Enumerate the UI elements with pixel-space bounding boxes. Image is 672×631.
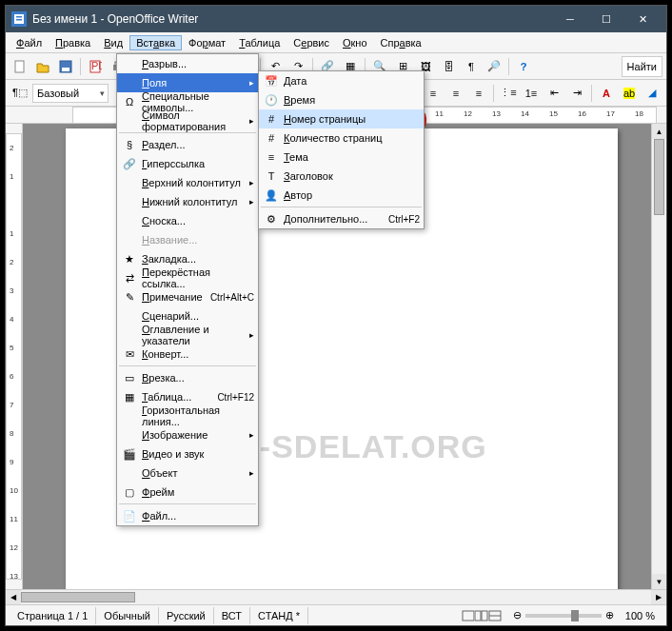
insert-menu-item: Название... — [117, 230, 258, 249]
svg-rect-4 — [15, 61, 24, 72]
menu-view[interactable]: Вид — [97, 35, 129, 50]
svg-rect-6 — [62, 68, 69, 71]
menu-file[interactable]: Файл — [10, 35, 49, 50]
insert-menu-item[interactable]: 📄Файл... — [117, 506, 258, 525]
insert-menu-item[interactable]: Символ форматирования▸ — [117, 111, 258, 130]
insert-menu-item[interactable]: Верхний колонтитул▸ — [117, 173, 258, 192]
menu-tools[interactable]: Сервис — [287, 35, 336, 50]
zoom-slider[interactable]: ⊖⊕ — [509, 609, 618, 621]
status-lang[interactable]: Русский — [159, 607, 214, 624]
menu-item-label: Врезка... — [142, 372, 254, 384]
styles-button[interactable]: ¶⬚ — [10, 83, 30, 104]
align-justify-button[interactable]: ≡ — [468, 83, 489, 104]
insert-menu-item[interactable]: Оглавление и указатели▸ — [117, 325, 258, 345]
maximize-button[interactable]: ☐ — [588, 6, 624, 32]
fields-menu-item[interactable]: #Количество страниц — [259, 128, 424, 148]
highlight-button[interactable]: ab — [619, 83, 640, 104]
menu-item-icon — [121, 175, 138, 190]
insert-menu-item[interactable]: Разрыв... — [117, 54, 258, 73]
number-list-button[interactable]: 1≡ — [521, 83, 542, 104]
insert-menu-item[interactable]: Изображение▸ — [117, 425, 258, 444]
align-right-button[interactable]: ≡ — [445, 83, 466, 104]
insert-menu-item[interactable]: ✎ПримечаниеCtrl+Alt+C — [117, 287, 258, 306]
fields-menu-item[interactable]: ≡Тема — [259, 148, 424, 167]
export-pdf-button[interactable]: PDF — [85, 56, 106, 77]
menu-item-icon: 🔗 — [121, 156, 138, 171]
menu-item-icon — [121, 194, 138, 209]
insert-menu-item[interactable]: ⇄Перекрёстная ссылка... — [117, 268, 258, 287]
align-center-button[interactable]: ≡ — [423, 83, 444, 104]
zoom-button[interactable]: 🔎 — [484, 56, 504, 77]
new-doc-button[interactable] — [10, 56, 30, 77]
menu-window[interactable]: Окно — [336, 35, 374, 50]
horizontal-scrollbar[interactable]: ◀ ▶ — [6, 589, 666, 604]
fields-menu-item[interactable]: TЗаголовок — [259, 167, 424, 186]
svg-rect-13 — [475, 611, 481, 621]
menu-item-label: Название... — [142, 234, 254, 246]
insert-menu-item[interactable]: §Раздел... — [117, 135, 258, 154]
menu-item-label: Перекрёстная ссылка... — [142, 266, 254, 289]
menu-insert[interactable]: Вставка — [129, 35, 182, 50]
insert-menu-item[interactable]: 🔗Гиперссылка — [117, 154, 258, 173]
menu-item-label: Разрыв... — [142, 58, 254, 69]
find-toolbar-input[interactable]: Найти — [622, 56, 662, 77]
menu-item-icon: ✉ — [121, 346, 138, 362]
menu-edit[interactable]: Правка — [49, 35, 97, 50]
submenu-arrow-icon: ▸ — [249, 178, 254, 187]
insert-menu-item[interactable]: Поля▸ — [117, 73, 258, 92]
insert-menu-item[interactable]: Нижний колонтитул▸ — [117, 192, 258, 211]
help-button[interactable]: ? — [513, 56, 534, 77]
close-button[interactable]: ✕ — [624, 6, 661, 32]
insert-menu-item[interactable]: ΩСпециальные символы... — [117, 92, 258, 111]
menu-item-label: Примечание — [142, 291, 203, 303]
menu-item-icon: § — [121, 137, 138, 152]
vertical-scrollbar[interactable]: ▲ ▼ — [651, 124, 666, 589]
status-page[interactable]: Страница 1 / 1 — [10, 607, 96, 624]
vertical-ruler[interactable]: 21 12345678910111213 — [6, 124, 23, 589]
insert-menu-item[interactable]: Сноска... — [117, 211, 258, 230]
fields-menu-item[interactable]: 👤Автор — [259, 186, 424, 205]
submenu-arrow-icon: ▸ — [249, 468, 254, 478]
menu-item-label: Заголовок — [284, 170, 420, 182]
menu-item-label: Количество страниц — [284, 132, 420, 144]
menu-item-icon — [121, 113, 138, 128]
bullet-list-button[interactable]: ⋮≡ — [498, 83, 519, 104]
insert-menu-item[interactable]: ✉Конверт... — [117, 345, 258, 364]
insert-menu-item[interactable]: Горизонтальная линия... — [117, 406, 258, 425]
menu-help[interactable]: Справка — [374, 35, 428, 50]
fields-menu-item[interactable]: #Номер страницы — [259, 109, 424, 128]
insert-menu-item[interactable]: ▦Таблица...Ctrl+F12 — [117, 387, 258, 406]
font-color-button[interactable]: A — [596, 83, 617, 104]
status-zoom-value[interactable]: 100 % — [618, 607, 662, 624]
style-combo[interactable]: Базовый — [32, 84, 109, 103]
fields-menu-item[interactable]: ⚙Дополнительно...Ctrl+F2 — [259, 209, 424, 228]
menu-item-icon: 🕐 — [263, 92, 280, 108]
status-view-icons[interactable] — [454, 607, 509, 624]
open-button[interactable] — [32, 56, 53, 77]
fields-menu-item[interactable]: 🕐Время — [259, 90, 424, 109]
menu-format[interactable]: Формат — [182, 35, 232, 50]
bg-color-button[interactable]: ◢ — [642, 83, 662, 104]
save-button[interactable] — [55, 56, 76, 77]
menu-item-label: Закладка... — [142, 253, 254, 265]
menu-table[interactable]: Таблица — [232, 35, 287, 50]
minimize-button[interactable]: ─ — [552, 6, 588, 32]
insert-menu-item[interactable]: Сценарий... — [117, 306, 258, 325]
insert-menu-item[interactable]: ★Закладка... — [117, 249, 258, 268]
status-bar: Страница 1 / 1 Обычный Русский ВСТ СТАНД… — [6, 604, 666, 625]
menu-item-label: Гиперссылка — [142, 158, 254, 169]
insert-menu-item[interactable]: ▢Фрейм — [117, 483, 258, 502]
data-sources-button[interactable]: 🗄 — [438, 56, 459, 77]
indent-dec-button[interactable]: ⇤ — [544, 83, 564, 104]
status-insert[interactable]: ВСТ — [214, 607, 250, 624]
menu-item-icon: T — [263, 168, 280, 184]
status-style[interactable]: Обычный — [96, 607, 159, 624]
submenu-arrow-icon: ▸ — [249, 116, 254, 126]
indent-inc-button[interactable]: ⇥ — [566, 83, 587, 104]
fields-menu-item[interactable]: 📅Дата — [259, 71, 424, 90]
insert-menu-item[interactable]: Объект▸ — [117, 463, 258, 483]
insert-menu-item[interactable]: 🎬Видео и звук — [117, 444, 258, 463]
insert-menu-item[interactable]: ▭Врезка... — [117, 368, 258, 387]
nonprint-chars-button[interactable]: ¶ — [461, 56, 482, 77]
status-select[interactable]: СТАНД * — [250, 607, 308, 624]
